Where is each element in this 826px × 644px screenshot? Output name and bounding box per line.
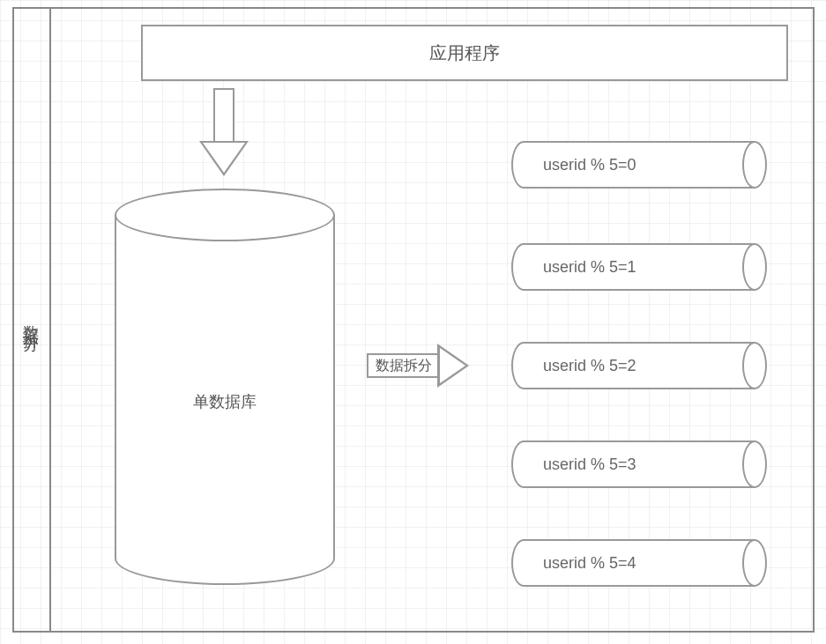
application-label: 应用程序 — [429, 41, 500, 65]
application-box: 应用程序 — [141, 25, 788, 81]
shard-label: userid % 5=1 — [543, 243, 636, 291]
shard-label: userid % 5=2 — [543, 342, 636, 389]
shard-cylinder: userid % 5=2 — [511, 342, 767, 389]
shard-cylinder: userid % 5=3 — [511, 440, 767, 488]
shard-label: userid % 5=0 — [543, 141, 636, 189]
shard-cylinder: userid % 5=0 — [511, 141, 767, 189]
shard-cylinder: userid % 5=1 — [511, 243, 767, 291]
split-arrow-label: 数据拆分 — [367, 353, 441, 378]
single-database-label: 单数据库 — [115, 391, 335, 412]
shard-label: userid % 5=4 — [543, 539, 636, 587]
shard-cylinder: userid % 5=4 — [511, 539, 767, 587]
frame-title-column: 数据拆分 — [12, 7, 51, 633]
diagram-stage: 数据拆分 应用程序 单数据库 数据拆分 userid % 5=0 userid … — [0, 0, 826, 644]
shard-label: userid % 5=3 — [543, 440, 636, 488]
frame-title: 数据拆分 — [20, 313, 41, 327]
arrow-down-icon — [199, 88, 249, 176]
arrow-right-icon: 数据拆分 — [367, 344, 469, 388]
single-database-cylinder: 单数据库 — [115, 189, 335, 585]
